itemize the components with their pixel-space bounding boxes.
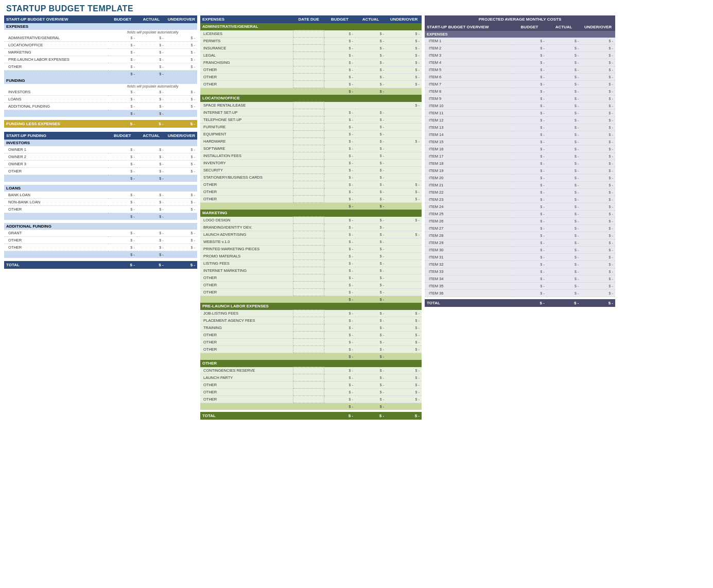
- mid-row-permits: PERMITS $ - $ - $ -: [200, 38, 422, 45]
- marketing-total: $ - $ -: [200, 296, 422, 303]
- proj-item-25: ITEM 25 $ - $ - $ -: [425, 211, 615, 218]
- mid-row-legal: LEGAL $ - $ - $ -: [200, 52, 422, 59]
- expenses-total-row: $ - $ -: [4, 71, 197, 78]
- mid-row-website: WEBSITE v.1.0 $ - $ -: [200, 238, 422, 246]
- additional-section: ADDITIONAL FUNDING: [4, 223, 197, 230]
- proj-item-32: ITEM 32 $ - $ - $ -: [425, 261, 615, 268]
- mid-row-loc-other1: OTHER $ - $ - $ -: [200, 181, 422, 188]
- mid-row-admin-other1: OTHER $ - $ - $ -: [200, 66, 422, 74]
- proj-item-13: ITEM 13 $ - $ - $ -: [425, 124, 615, 131]
- mid-row-licenses: LICENSES $ - $ - $ -: [200, 30, 422, 38]
- mid-row-placement: PLACEMENT AGENCY FEES $ - $ - $ -: [200, 317, 422, 324]
- mid-row-pl-other1: OTHER $ - $ - $ -: [200, 332, 422, 339]
- mid-row-logo: LOGO DESIGN $ - $ - $ -: [200, 217, 422, 224]
- proj-item-7: ITEM 7 $ - $ - $ -: [425, 81, 615, 88]
- other-section-header: OTHER: [200, 360, 422, 367]
- mid-row-insurance: INSURANCE $ - $ - $ -: [200, 45, 422, 52]
- funding-less-row: FUNDING LESS EXPENSES $ - $ - $ -: [4, 120, 197, 128]
- location-section-header: LOCATION/OFFICE: [200, 95, 422, 102]
- mid-row-pl-other3: OTHER $ - $ - $ -: [200, 346, 422, 353]
- loan-other: OTHER $ - $ - $ -: [4, 206, 197, 213]
- funding-subsection: FUNDING: [4, 77, 197, 84]
- mid-grand-total: TOTAL $ - $ - $ -: [200, 412, 422, 420]
- mid-row-internet-mkt: INTERNET MARKETING $ - $ -: [200, 267, 422, 274]
- funding-row-additional: ADDITIONAL FUNDING $ - $ - $ -: [4, 103, 197, 110]
- proj-item-2: ITEM 2 $ - $ - $ -: [425, 45, 615, 52]
- mid-row-hardware: HARDWARE $ - $ - $ -: [200, 138, 422, 145]
- investors-total: $ - $ -: [4, 175, 197, 182]
- location-total: $ - $ -: [200, 203, 422, 210]
- overview-budget-col: BUDGET: [108, 15, 137, 23]
- admin-section-header: ADMINISTRATIVE/GENERAL: [200, 23, 422, 30]
- proj-item-10: ITEM 10 $ - $ - $ -: [425, 102, 615, 110]
- proj-item-23: ITEM 23 $ - $ - $ -: [425, 196, 615, 203]
- mid-row-promo: PROMO MATERIALS $ - $ -: [200, 253, 422, 260]
- mid-row-mkt-other1: OTHER $ - $ -: [200, 274, 422, 282]
- right-panel: PROJECTED AVERAGE MONTHLY COSTS START-UP…: [425, 15, 615, 307]
- proj-item-3: ITEM 3 $ - $ - $ -: [425, 52, 615, 59]
- proj-item-18: ITEM 18 $ - $ - $ -: [425, 160, 615, 167]
- mid-row-loc-other3: OTHER $ - $ - $ -: [200, 196, 422, 203]
- startup-funding-table: START-UP FUNDING BUDGET ACTUAL UNDER/OVE…: [4, 132, 197, 269]
- projected-main-header: PROJECTED AVERAGE MONTHLY COSTS: [425, 15, 615, 23]
- proj-item-22: ITEM 22 $ - $ - $ -: [425, 189, 615, 196]
- proj-item-26: ITEM 26 $ - $ - $ -: [425, 218, 615, 225]
- investors-section: INVESTORS: [4, 140, 197, 146]
- expense-row-location: LOCATION/OFFICE $ - $ - $ -: [4, 42, 197, 49]
- mid-row-franchising: FRANCHISING $ - $ - $ -: [200, 59, 422, 66]
- proj-item-31: ITEM 31 $ - $ - $ -: [425, 254, 615, 261]
- mid-row-loc-other2: OTHER $ - $ - $ -: [200, 188, 422, 196]
- funding-row-loans: LOANS $ - $ - $ -: [4, 96, 197, 103]
- overview-table: START-UP BUDGET OVERVIEW BUDGET ACTUAL U…: [4, 15, 197, 128]
- mid-row-security: SECURITY $ - $ -: [200, 167, 422, 174]
- marketing-section-header: MARKETING: [200, 210, 422, 217]
- investor-owner3: OWNER 3 $ - $ - $ -: [4, 161, 197, 168]
- additional-grant: GRANT $ - $ - $ -: [4, 230, 197, 237]
- proj-item-14: ITEM 14 $ - $ - $ -: [425, 131, 615, 139]
- proj-item-6: ITEM 6 $ - $ - $ -: [425, 74, 615, 81]
- proj-item-5: ITEM 5 $ - $ - $ -: [425, 66, 615, 74]
- overview-actual-col: ACTUAL: [137, 15, 166, 23]
- mid-row-inventory: INVENTORY $ - $ -: [200, 160, 422, 167]
- mid-row-pl-other2: OTHER $ - $ - $ -: [200, 339, 422, 346]
- proj-item-34: ITEM 34 $ - $ - $ -: [425, 275, 615, 283]
- proj-item-12: ITEM 12 $ - $ - $ -: [425, 117, 615, 124]
- proj-item-33: ITEM 33 $ - $ - $ -: [425, 268, 615, 275]
- middle-panel: EXPENSES DATE DUE BUDGET ACTUAL UNDER/OV…: [200, 15, 422, 420]
- mid-row-training: TRAINING $ - $ - $ -: [200, 324, 422, 332]
- mid-row-joblisting: JOB-LISTING FEES $ - $ - $ -: [200, 310, 422, 317]
- proj-item-4: ITEM 4 $ - $ - $ -: [425, 59, 615, 66]
- proj-item-30: ITEM 30 $ - $ - $ -: [425, 247, 615, 254]
- loan-nonbank: NON-BANK LOAN $ - $ - $ -: [4, 199, 197, 206]
- auto-note-expenses: fields will populate automatically: [4, 30, 197, 34]
- projected-table: PROJECTED AVERAGE MONTHLY COSTS START-UP…: [425, 15, 615, 307]
- mid-row-software: SOFTWARE $ - $ -: [200, 145, 422, 152]
- mid-row-admin-other3: OTHER $ - $ - $ -: [200, 81, 422, 88]
- proj-item-27: ITEM 27 $ - $ - $ -: [425, 225, 615, 232]
- mid-row-launchparty: LAUNCH PARTY $ - $ - $ -: [200, 374, 422, 382]
- mid-row-printed: PRINTED MARKETING PIECES $ - $ -: [200, 246, 422, 253]
- loan-bank: BANK LOAN $ - $ - $ -: [4, 192, 197, 199]
- mid-row-internet: INTERNET SET-UP $ - $ -: [200, 109, 422, 116]
- mid-row-branding: BRANDING/IDENTITY DEV. $ - $ -: [200, 224, 422, 231]
- investor-other: OTHER $ - $ - $ -: [4, 168, 197, 175]
- auto-note-funding: fields will populate automatically: [4, 84, 197, 89]
- grand-total-row: TOTAL $ - $ - $ -: [4, 261, 197, 269]
- mid-row-admin-other2: OTHER $ - $ - $ -: [200, 74, 422, 81]
- overview-underover-col: UNDER/OVER: [166, 15, 197, 23]
- proj-item-9: ITEM 9 $ - $ - $ -: [425, 95, 615, 102]
- overview-header-row: START-UP BUDGET OVERVIEW BUDGET ACTUAL U…: [4, 15, 197, 23]
- funding-row-investors: INVESTORS $ - $ - $ -: [4, 89, 197, 96]
- mid-row-oth-other1: OTHER $ - $ - $ -: [200, 382, 422, 389]
- page-title: STARTUP BUDGET TEMPLATE: [0, 0, 713, 15]
- proj-item-19: ITEM 19 $ - $ - $ -: [425, 167, 615, 175]
- proj-item-8: ITEM 8 $ - $ - $ -: [425, 88, 615, 95]
- loans-section: LOANS: [4, 185, 197, 192]
- mid-row-installation: INSTALLATION FEES $ - $ -: [200, 152, 422, 160]
- expense-row-marketing: MARKETING $ - $ - $ -: [4, 49, 197, 56]
- mid-row-furniture: FURNITURE $ - $ -: [200, 124, 422, 131]
- expenses-table: EXPENSES DATE DUE BUDGET ACTUAL UNDER/OV…: [200, 15, 422, 420]
- proj-total-row: TOTAL $ - $ - $ -: [425, 299, 615, 307]
- mid-row-mkt-other3: OTHER $ - $ -: [200, 289, 422, 296]
- other-section-total: $ - $ -: [200, 403, 422, 410]
